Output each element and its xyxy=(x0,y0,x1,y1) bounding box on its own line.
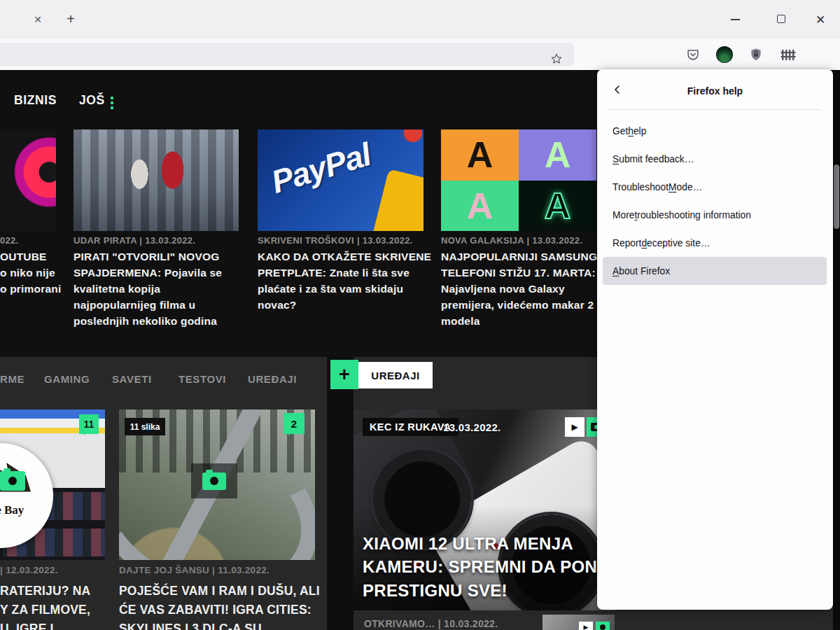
article-headline[interactable]: KAKO DA OTKAŽETE SKRIVENE PRETPLATE: Zna… xyxy=(258,248,433,313)
article-kicker: UDAR PIRATA | 13.03.2022. xyxy=(74,235,241,246)
article-image-spiderman[interactable] xyxy=(74,130,239,231)
article-headline[interactable]: RATERIJU? NA Y ZA FILMOVE, U, IGRE I xyxy=(0,582,105,630)
tab-uredjaji[interactable]: UREĐAJI xyxy=(248,373,297,385)
pocket-icon[interactable] xyxy=(681,41,705,68)
scrollbar-track[interactable] xyxy=(833,70,840,630)
bookmark-star-icon[interactable] xyxy=(550,52,564,66)
nav-item-jos[interactable]: JOŠ xyxy=(79,93,105,108)
play-button[interactable]: ▶ xyxy=(565,417,584,437)
browser-toolbar xyxy=(0,39,840,70)
feature-headline[interactable]: XIAOMI 12 ULTRA MENJA KAMERU: SPREMNI DA… xyxy=(363,532,616,603)
kebab-menu-icon[interactable] xyxy=(111,97,113,111)
tab-firme[interactable]: RME xyxy=(0,373,24,385)
menu-item-more-troubleshooting[interactable]: More troubleshooting information xyxy=(603,201,827,229)
browser-window: ✕ + ✕ xyxy=(0,0,840,630)
plus-icon[interactable]: + xyxy=(330,360,358,389)
samsung-letter: A xyxy=(441,130,519,181)
nav-item-biznis[interactable]: BIZNIS xyxy=(14,93,57,108)
article-thumbnail[interactable]: ▶ xyxy=(542,615,615,630)
menu-list: Get help Submit feedback… Troubleshoot M… xyxy=(603,117,827,285)
scrollbar-thumb[interactable] xyxy=(834,164,839,229)
panel-title: Firefox help xyxy=(597,85,833,97)
minimize-button[interactable] xyxy=(731,19,740,20)
tab-close-icon[interactable]: ✕ xyxy=(29,11,46,28)
gallery-count-badge: 11 xyxy=(79,414,99,434)
article-headline[interactable]: OUTUBE o niko nije o primorani xyxy=(0,248,71,297)
photo-count-badge: 11 slika xyxy=(125,418,165,435)
tab-testovi[interactable]: TESTOVI xyxy=(178,373,226,385)
menu-item-about-firefox[interactable]: About Firefox xyxy=(603,257,827,285)
article-kicker: 022. xyxy=(0,235,63,246)
article-kicker: SKRIVENI TROŠKOVI | 13.03.2022. xyxy=(258,235,429,246)
menu-item-troubleshoot-mode[interactable]: Troubleshoot Mode… xyxy=(603,173,827,201)
account-avatar[interactable] xyxy=(713,41,736,68)
article-kicker: | 12.03.2022. xyxy=(0,565,105,575)
url-bar[interactable] xyxy=(0,43,574,66)
restore-button[interactable] xyxy=(777,15,785,23)
article-image-xiaomi[interactable]: KEC IZ RUKAVA 13.03.2022. ▶ XIAOMI 12 UL… xyxy=(354,410,616,610)
menu-item-submit-feedback[interactable]: Submit feedback… xyxy=(603,145,827,173)
feature-date: 13.03.2022. xyxy=(443,421,501,433)
piratebay-logo-text: irate Bay xyxy=(0,503,53,517)
section-title[interactable]: UREĐAJI xyxy=(358,362,433,388)
article-headline[interactable]: POJEŠĆE VAM I RAM I DUŠU, ALI ĆE VAS ZAB… xyxy=(119,582,323,630)
menu-item-get-help[interactable]: Get help xyxy=(603,117,827,145)
section-divider xyxy=(327,357,354,630)
article-kicker: OTKRIVAMO… | 10.03.2022. xyxy=(364,618,498,629)
camera-icon xyxy=(202,472,226,490)
samsung-letter: A xyxy=(519,130,596,181)
article-kicker: NOVA GALAKSIJA | 13.03.2022. xyxy=(441,235,609,246)
avatar-image xyxy=(716,46,733,63)
camera-button[interactable] xyxy=(596,622,610,630)
gallery-count-badge: 2 xyxy=(284,413,304,434)
play-button[interactable]: ▶ xyxy=(579,622,593,630)
article-headline[interactable]: PIRATI "OTVORILI" NOVOG SPAJDERMENA: Poj… xyxy=(74,248,233,329)
mastercard-logo xyxy=(404,130,422,142)
article-kicker: DAJTE JOJ ŠANSU | 11.03.2022. xyxy=(119,565,318,575)
paypal-card-graphic xyxy=(370,169,424,231)
article-image-samsung[interactable]: A A A A xyxy=(441,130,596,231)
article-image-cut[interactable] xyxy=(0,130,56,231)
menu-item-report-deceptive-site[interactable]: Report deceptive site… xyxy=(603,229,827,257)
article-image-paypal[interactable]: PayPal xyxy=(258,130,424,231)
paypal-logo-text: PayPal xyxy=(267,135,374,201)
tab-gaming[interactable]: GAMING xyxy=(44,373,90,385)
camera-overlay[interactable] xyxy=(191,463,237,498)
article-headline[interactable]: NAJPOPULARNIJI SAMSUNG TELEFONI STIŽU 17… xyxy=(441,248,608,329)
samsung-letter: A xyxy=(519,181,596,232)
shield-lock-extension-icon[interactable] xyxy=(744,41,768,68)
tab-bar: ✕ + ✕ xyxy=(0,0,840,39)
window-close-button[interactable]: ✕ xyxy=(811,10,830,29)
samsung-letter: A xyxy=(441,181,519,232)
tab-saveti[interactable]: SAVETI xyxy=(112,373,152,385)
panel-divider xyxy=(608,109,822,110)
camera-icon xyxy=(0,471,25,491)
fence-extension-icon[interactable] xyxy=(776,41,799,68)
firefox-help-panel: Firefox help Get help Submit feedback… T… xyxy=(597,69,833,610)
new-tab-button[interactable]: + xyxy=(62,10,80,28)
